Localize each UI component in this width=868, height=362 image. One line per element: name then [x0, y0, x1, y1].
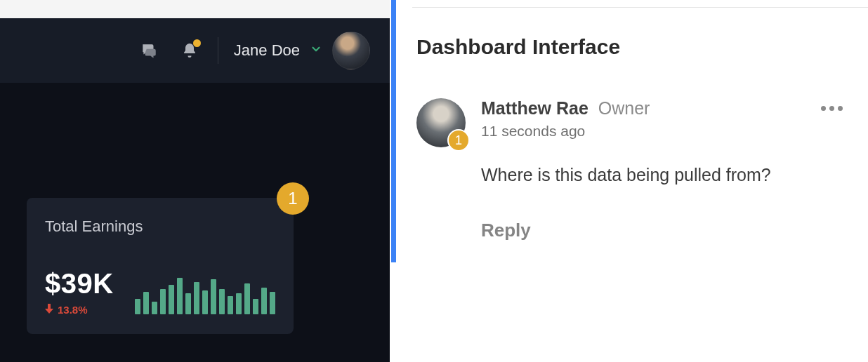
earnings-sparkline [135, 271, 275, 316]
card-title: Total Earnings [45, 217, 275, 236]
user-name: Jane Doe [234, 41, 300, 60]
spark-bar [160, 289, 166, 314]
spark-bar [202, 290, 208, 314]
spark-bar [270, 292, 275, 314]
header-divider [218, 37, 218, 64]
spark-bar [228, 296, 233, 314]
reply-button[interactable]: Reply [481, 220, 531, 241]
card-value: $39K [45, 268, 114, 300]
spark-bar [253, 299, 258, 314]
arrow-down-icon [45, 304, 53, 316]
comment-avatar-wrap: 1 [416, 98, 466, 147]
comments-panel: Dashboard Interface 1 Matthew Rae Owner … [397, 0, 868, 362]
comment-text: Where is this data being pulled from? [481, 163, 847, 187]
spark-bar [211, 279, 216, 314]
dashboard-body: 1 Total Earnings $39K 13.8% [0, 83, 390, 362]
panel-title: Dashboard Interface [416, 35, 847, 59]
top-gutter [0, 0, 390, 18]
spark-bar [143, 292, 149, 314]
card-delta: 13.8% [45, 304, 114, 316]
ellipsis-icon[interactable] [817, 102, 847, 115]
chat-icon[interactable] [136, 38, 162, 63]
bell-icon[interactable] [177, 38, 202, 63]
spark-bar [194, 282, 199, 314]
comment-timestamp: 11 seconds ago [481, 123, 847, 140]
comment-avatar-badge: 1 [447, 129, 470, 152]
spark-bar [236, 293, 242, 314]
comment-author: Matthew Rae [481, 98, 588, 119]
dashboard-preview: Jane Doe 1 Total Earnings $39K 13.8% [0, 0, 390, 362]
comment-highlight [391, 0, 396, 262]
comment-header: Matthew Rae Owner [481, 98, 847, 119]
card-badge: 1 [277, 182, 309, 215]
card-value-block: $39K 13.8% [45, 268, 114, 316]
panel-top-rule [412, 7, 868, 8]
notification-dot [193, 39, 201, 47]
user-menu[interactable]: Jane Doe [234, 32, 370, 69]
card-delta-pct: 13.8% [58, 304, 88, 316]
panel-divider [390, 0, 397, 362]
spark-bar [261, 288, 267, 314]
header-bar: Jane Doe [0, 18, 390, 83]
earnings-card[interactable]: 1 Total Earnings $39K 13.8% [27, 198, 294, 334]
spark-bar [185, 293, 191, 314]
spark-bar [244, 283, 250, 314]
comment-body: Matthew Rae Owner 11 seconds ago Where i… [481, 98, 847, 241]
spark-bar [177, 278, 183, 314]
comment-role: Owner [598, 98, 650, 119]
spark-bar [135, 299, 140, 314]
chevron-down-icon [310, 43, 322, 58]
spark-bar [152, 302, 157, 314]
spark-bar [219, 289, 225, 314]
spark-bar [169, 285, 174, 314]
avatar[interactable] [332, 32, 370, 69]
comment: 1 Matthew Rae Owner 11 seconds ago Where… [416, 98, 847, 241]
